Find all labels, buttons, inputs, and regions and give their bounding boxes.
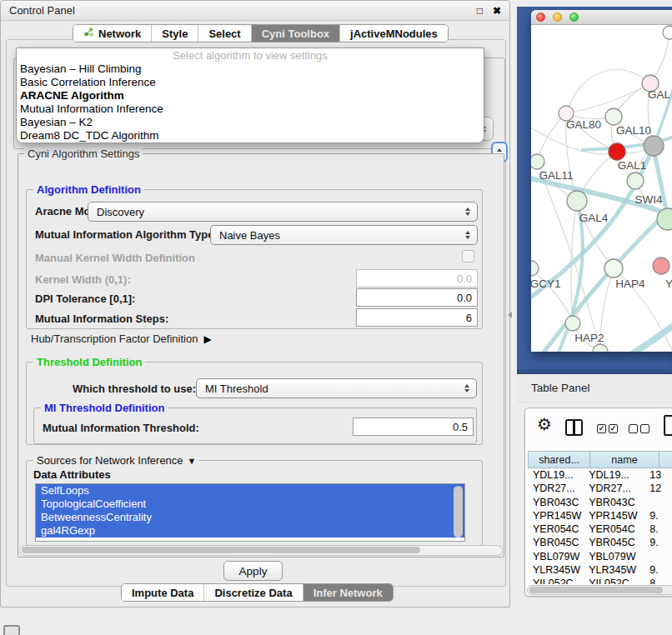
table-cell: 9.: [646, 509, 672, 522]
mi-threshold-input[interactable]: 0.5: [353, 418, 474, 436]
dpi-tolerance-input[interactable]: 0.0: [356, 288, 478, 307]
network-edge[interactable]: [566, 69, 650, 113]
network-view-window: GALGAL80GAL10GAL1GAL11GAL4SWI4GCY1HAP4YH…: [531, 10, 672, 352]
manual-kernel-checkbox[interactable]: [462, 250, 474, 262]
network-node-gal1[interactable]: [609, 143, 625, 160]
table-row[interactable]: YBR045CYBR045C9.: [528, 536, 672, 549]
tab-style[interactable]: Style: [152, 25, 198, 42]
tab-network[interactable]: Network: [73, 25, 152, 42]
hub-definition-expander[interactable]: Hub/Transcription Factor Definition ▶: [31, 332, 212, 345]
kernel-width-input[interactable]: 0.0: [356, 269, 478, 288]
tab-impute-data[interactable]: Impute Data: [122, 584, 204, 601]
float-window-icon[interactable]: □: [477, 6, 483, 16]
table-toolbar: ⚙✓✓: [525, 408, 672, 448]
table-row[interactable]: YPR145WYPR145W9.: [528, 509, 672, 522]
table-cell: YER054C: [584, 522, 646, 536]
deselect-all-checkboxes-icon[interactable]: [640, 424, 649, 433]
algorithm-option[interactable]: Mutual Information Inference: [17, 102, 484, 116]
network-node[interactable]: [644, 136, 664, 156]
table-row[interactable]: YBL079WYBL079W: [528, 550, 672, 563]
network-node-gcy1[interactable]: [531, 261, 539, 276]
network-node[interactable]: [593, 344, 608, 352]
table-horizontal-scrollbar-thumb[interactable]: [529, 587, 663, 593]
tab-label: jActiveMNodules: [350, 28, 438, 40]
network-node[interactable]: [627, 172, 644, 189]
table-row[interactable]: YBR043CYBR043C: [528, 496, 672, 509]
attribute-list-item[interactable]: BetweennessCentrality: [36, 511, 464, 524]
mi-steps-label: Mutual Information Steps:: [35, 312, 168, 325]
algorithm-dropdown-prompt: Select algorithm to view settings: [17, 48, 484, 62]
attributes-list-scrollbar-thumb[interactable]: [454, 486, 463, 538]
tab-select[interactable]: Select: [198, 25, 251, 42]
table-horizontal-scrollbar[interactable]: [527, 585, 672, 595]
close-window-icon[interactable]: ✖: [493, 6, 501, 16]
algorithm-option[interactable]: ARACNE Algorithm: [17, 89, 484, 102]
tab-infer-network[interactable]: Infer Network: [303, 584, 393, 601]
network-edge[interactable]: [537, 113, 566, 162]
column-header-3[interactable]: A: [659, 451, 672, 468]
select-all-checkboxes-icon[interactable]: ✓: [597, 424, 606, 433]
table-cell: YBR043C: [528, 496, 584, 509]
gear-icon[interactable]: ⚙: [537, 416, 552, 432]
combo-arrows-icon: [462, 382, 471, 394]
apply-button[interactable]: Apply: [223, 561, 283, 581]
tab-jactivemnodules[interactable]: jActiveMNodules: [340, 25, 448, 42]
tab-label: Style: [162, 28, 188, 40]
table-cell: YDR27...: [584, 482, 646, 495]
table-row[interactable]: YLR345WYLR345W9.: [528, 563, 672, 577]
settings-horizontal-scrollbar-thumb[interactable]: [22, 547, 420, 553]
mi-type-combo[interactable]: Naive Bayes: [210, 225, 478, 245]
which-threshold-combo[interactable]: MI Threshold: [196, 378, 477, 398]
panel-splitter-arrow-icon[interactable]: [508, 312, 512, 318]
algorithm-option[interactable]: Bayesian – K2: [17, 116, 484, 129]
mi-type-label: Mutual Information Algorithm Type:: [35, 228, 218, 241]
algorithm-option[interactable]: Bayesian – Hill Climbing: [17, 62, 484, 76]
document-icon[interactable]: [664, 415, 672, 436]
which-threshold-label: Which threshold to use:: [73, 382, 196, 395]
table-row[interactable]: YDL19...YDL19...13: [528, 468, 672, 482]
network-graph[interactable]: GALGAL80GAL10GAL1GAL11GAL4SWI4GCY1HAP4YH…: [531, 25, 672, 352]
deselect-all-checkboxes-icon[interactable]: [629, 424, 638, 433]
network-node-hap2[interactable]: [565, 316, 580, 331]
select-all-checkboxes-icon[interactable]: ✓: [609, 424, 618, 433]
network-node-label: GCY1: [531, 278, 560, 290]
minimize-traffic-light-icon[interactable]: [553, 12, 562, 22]
algorithm-option[interactable]: Dream8 DC_TDC Algorithm: [17, 129, 484, 142]
network-node[interactable]: [663, 26, 672, 39]
collapsed-panel-icon[interactable]: [3, 625, 20, 635]
algorithm-option[interactable]: Basic Correlation Inference: [17, 76, 484, 89]
network-node-y[interactable]: [653, 258, 669, 274]
table-row[interactable]: YDR27...YDR27...12: [528, 482, 672, 495]
table-cell: YIL052C: [584, 577, 646, 584]
sources-title-row[interactable]: Sources for Network Inference ▼: [33, 454, 199, 467]
close-traffic-light-icon[interactable]: [536, 12, 545, 22]
tab-discretize-data[interactable]: Discretize Data: [204, 584, 303, 601]
mi-steps-input[interactable]: 6: [356, 308, 478, 327]
network-node-gal4[interactable]: [567, 191, 587, 211]
tab-cyni-toolbox[interactable]: Cyni Toolbox: [252, 25, 340, 42]
tab-label: Select: [208, 28, 240, 40]
table-cell: YPR145W: [584, 509, 646, 522]
table-row[interactable]: YER054CYER054C8.: [528, 522, 672, 536]
network-canvas[interactable]: GALGAL80GAL10GAL1GAL11GAL4SWI4GCY1HAP4YH…: [531, 25, 672, 352]
combo-arrows-icon: [463, 229, 472, 241]
network-edge[interactable]: [566, 83, 650, 113]
attribute-list-item[interactable]: SelfLoops: [36, 484, 464, 498]
zoom-traffic-light-icon[interactable]: [569, 12, 579, 22]
column-header-1[interactable]: shared...: [528, 451, 590, 468]
network-edge[interactable]: [531, 268, 573, 323]
column-header-2[interactable]: name: [589, 451, 659, 468]
network-node-gal11[interactable]: [531, 154, 544, 169]
attribute-list-item[interactable]: TopologicalCoefficient: [36, 498, 464, 511]
aracne-mode-value: Discovery: [97, 206, 463, 218]
network-node-hap4[interactable]: [604, 259, 623, 278]
aracne-mode-combo[interactable]: Discovery: [88, 202, 478, 222]
split-columns-icon[interactable]: [565, 419, 583, 436]
settings-horizontal-scrollbar[interactable]: [19, 545, 503, 556]
attribute-list-item[interactable]: gal4RGexp: [36, 524, 464, 538]
mi-threshold-title: MI Threshold Definition: [41, 402, 168, 414]
kernel-width-label: Kernel Width (0,1):: [35, 273, 131, 286]
data-attributes-list[interactable]: SelfLoopsTopologicalCoefficientBetweenne…: [35, 483, 465, 542]
table-row[interactable]: YIL052CYIL052C8.: [528, 577, 672, 584]
network-node-gal10[interactable]: [605, 108, 622, 125]
